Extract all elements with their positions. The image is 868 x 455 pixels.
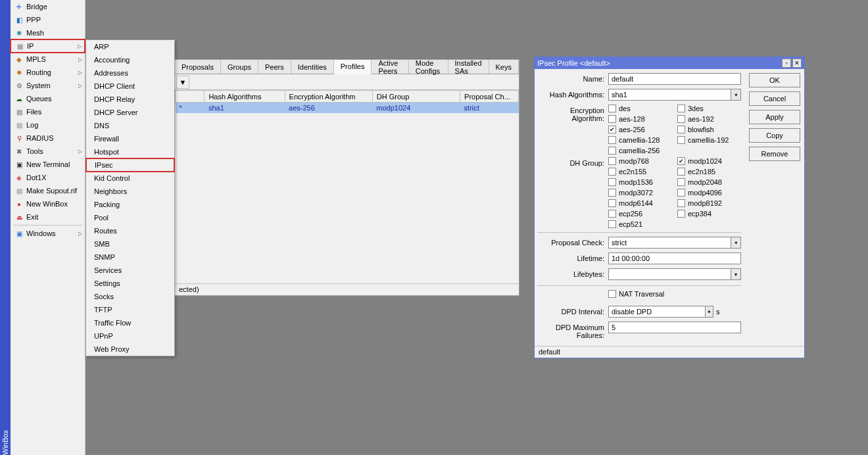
- submenu-item-traffic-flow[interactable]: Traffic Flow: [86, 316, 174, 329]
- enc-aes-192-checkbox[interactable]: aes-192: [677, 115, 741, 123]
- submenu-item-ipsec[interactable]: IPsec: [85, 158, 175, 172]
- dh-modp768-checkbox[interactable]: modp768: [608, 157, 672, 165]
- sidebar-item-new-winbox[interactable]: ●New WinBox: [11, 197, 85, 210]
- sidebar-item-files[interactable]: ▤Files: [11, 105, 85, 118]
- submenu-item-tftp[interactable]: TFTP: [86, 303, 174, 316]
- dh-modp2048-checkbox[interactable]: modp2048: [677, 178, 741, 186]
- tab-peers[interactable]: Peers: [258, 60, 291, 74]
- submenu-item-arp[interactable]: ARP: [86, 40, 174, 53]
- submenu-item-dhcp-relay[interactable]: DHCP Relay: [86, 93, 174, 106]
- tab-identities[interactable]: Identities: [291, 60, 334, 74]
- tab-profiles[interactable]: Profiles: [334, 60, 372, 74]
- nat-traversal-checkbox[interactable]: NAT Traversal: [608, 290, 741, 298]
- sidebar-item-queues[interactable]: ☁Queues: [11, 92, 85, 105]
- dh-modp8192-checkbox[interactable]: modp8192: [677, 199, 741, 207]
- lifebytes-expand[interactable]: ▾: [731, 268, 741, 280]
- sidebar-item-ppp[interactable]: ◧PPP: [11, 13, 85, 26]
- minimize-button[interactable]: ▫: [782, 59, 791, 68]
- dh-ec2n155-checkbox[interactable]: ec2n155: [608, 168, 672, 176]
- enc-camellia-192-checkbox[interactable]: camellia-192: [677, 136, 741, 144]
- submenu-item-services[interactable]: Services: [86, 264, 174, 277]
- submenu-item-upnp[interactable]: UPnP: [86, 329, 174, 343]
- dpd-max-input[interactable]: [608, 322, 741, 333]
- sidebar-item-exit[interactable]: ⏏Exit: [11, 210, 85, 224]
- tab-groups[interactable]: Groups: [221, 60, 258, 74]
- enc-camellia-256-checkbox[interactable]: camellia-256: [608, 147, 672, 155]
- dpd-interval-input[interactable]: [608, 306, 705, 318]
- dh-modp1536-checkbox[interactable]: modp1536: [608, 178, 672, 186]
- lifetime-input[interactable]: [608, 252, 741, 264]
- col-header[interactable]: [176, 91, 205, 103]
- enc-blowfish-checkbox[interactable]: blowfish: [677, 126, 741, 133]
- submenu-item-settings[interactable]: Settings: [86, 277, 174, 290]
- name-input[interactable]: [608, 73, 741, 85]
- tab-proposals[interactable]: Proposals: [175, 60, 221, 74]
- submenu-item-addresses[interactable]: Addresses: [86, 66, 174, 80]
- submenu-item-snmp[interactable]: SNMP: [86, 251, 174, 264]
- submenu-item-hotspot[interactable]: Hotspot: [86, 145, 174, 158]
- col-header[interactable]: Hash Algorithms: [205, 91, 285, 103]
- sidebar-item-routing[interactable]: ✹Routing▷: [11, 66, 85, 79]
- col-header[interactable]: DH Group: [372, 91, 460, 103]
- sidebar-item-bridge[interactable]: 🞢Bridge: [11, 0, 85, 13]
- submenu-item-web-proxy[interactable]: Web Proxy: [86, 343, 174, 356]
- sidebar-item-make-supout-rif[interactable]: ▤Make Supout.rif: [11, 184, 85, 197]
- submenu-item-neighbors[interactable]: Neighbors: [86, 185, 174, 198]
- proposal-check-input[interactable]: [608, 237, 731, 249]
- submenu-item-pool[interactable]: Pool: [86, 211, 174, 224]
- dh-ecp256-checkbox[interactable]: ecp256: [608, 210, 672, 218]
- lifebytes-input[interactable]: [608, 268, 731, 280]
- sidebar-item-dot1x[interactable]: ◈Dot1X: [11, 171, 85, 184]
- tab-mode-configs[interactable]: Mode Configs: [409, 60, 448, 74]
- submenu-item-firewall[interactable]: Firewall: [86, 132, 174, 145]
- sidebar-item-log[interactable]: ▤Log: [11, 118, 85, 132]
- dh-ecp521-checkbox[interactable]: ecp521: [608, 220, 672, 228]
- copy-button[interactable]: Copy: [749, 128, 800, 143]
- sidebar-item-radius[interactable]: ⚲RADIUS: [11, 132, 85, 145]
- sidebar-item-system[interactable]: ⚙System▷: [11, 79, 85, 92]
- submenu-item-dhcp-client[interactable]: DHCP Client: [86, 80, 174, 93]
- sidebar-item-ip[interactable]: ▦IP▷: [10, 39, 85, 53]
- dpd-interval-dropdown[interactable]: ✦: [705, 306, 713, 318]
- sidebar-item-mpls[interactable]: ◆MPLS▷: [11, 53, 85, 66]
- dh-modp3072-checkbox[interactable]: modp3072: [608, 189, 672, 197]
- submenu-item-smb[interactable]: SMB: [86, 237, 174, 251]
- enc-camellia-128-checkbox[interactable]: camellia-128: [608, 136, 672, 144]
- hash-dropdown-button[interactable]: ✦: [731, 89, 741, 101]
- sidebar-item-windows[interactable]: ▣Windows▷: [11, 227, 85, 240]
- enc-3des-checkbox[interactable]: 3des: [677, 105, 741, 112]
- enc-aes-128-checkbox[interactable]: aes-128: [608, 115, 672, 123]
- apply-button[interactable]: Apply: [749, 110, 800, 124]
- dh-modp1024-checkbox[interactable]: ✔modp1024: [677, 157, 741, 165]
- submenu-item-socks[interactable]: Socks: [86, 290, 174, 303]
- submenu-item-routes[interactable]: Routes: [86, 224, 174, 237]
- remove-button[interactable]: Remove: [749, 147, 800, 161]
- col-header[interactable]: Proposal Ch...: [460, 91, 519, 103]
- submenu-item-dhcp-server[interactable]: DHCP Server: [86, 106, 174, 119]
- submenu-item-kid-control[interactable]: Kid Control: [86, 172, 174, 185]
- tab-installed-sas[interactable]: Installed SAs: [448, 60, 489, 74]
- sidebar-item-tools[interactable]: ✖Tools▷: [11, 145, 85, 158]
- filter-button[interactable]: ▼: [176, 76, 189, 89]
- dh-modp4096-checkbox[interactable]: modp4096: [677, 189, 741, 197]
- sidebar-item-new-terminal[interactable]: ▣New Terminal: [11, 158, 85, 171]
- dh-ec2n185-checkbox[interactable]: ec2n185: [677, 168, 741, 176]
- enc-aes-256-checkbox[interactable]: ✔aes-256: [608, 126, 672, 133]
- sidebar-item-mesh[interactable]: ✱Mesh: [11, 26, 85, 39]
- proposal-check-dropdown[interactable]: ✦: [731, 237, 741, 249]
- submenu-item-packing[interactable]: Packing: [86, 198, 174, 211]
- tab-active-peers[interactable]: Active Peers: [372, 60, 408, 74]
- dh-modp6144-checkbox[interactable]: modp6144: [608, 199, 672, 207]
- enc-des-checkbox[interactable]: des: [608, 105, 672, 112]
- submenu-item-dns[interactable]: DNS: [86, 119, 174, 132]
- dh-ecp384-checkbox[interactable]: ecp384: [677, 210, 741, 218]
- submenu-item-accounting[interactable]: Accounting: [86, 53, 174, 66]
- tab-keys[interactable]: Keys: [489, 60, 519, 74]
- cancel-button[interactable]: Cancel: [749, 91, 800, 106]
- checkbox-icon: [608, 189, 616, 197]
- hash-input[interactable]: [608, 89, 731, 101]
- col-header[interactable]: Encryption Algorithm: [285, 91, 372, 103]
- close-button[interactable]: ✕: [792, 59, 802, 68]
- table-row[interactable]: *sha1aes-256modp1024strict: [176, 103, 519, 114]
- ok-button[interactable]: OK: [749, 73, 800, 87]
